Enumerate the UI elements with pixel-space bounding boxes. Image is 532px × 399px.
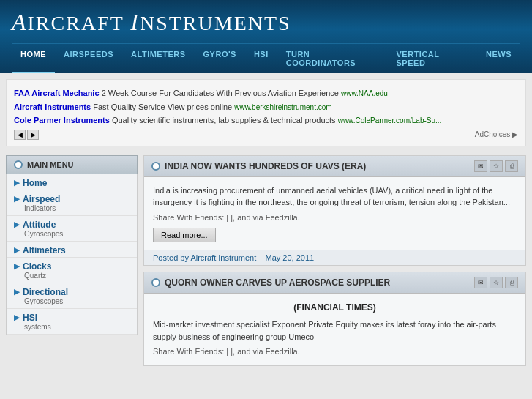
bookmark-icon-2[interactable]: ☆	[490, 277, 503, 288]
sidebar-title: MAIN MENU	[27, 160, 74, 169]
sidebar-item-airspeed-title: ▶ Airspeed	[14, 194, 130, 204]
navigation-bar: HOME AIRSPEEDS ALTIMETERS GYRO'S HSI TUR…	[12, 43, 520, 73]
sidebar-item-airspeed[interactable]: ▶ Airspeed Indicators	[7, 190, 137, 216]
article-1-share: Share With Friends: | |, and via Feedzil…	[153, 212, 517, 224]
ad-url-1: www.NAA.edu	[341, 89, 388, 97]
article-1-author[interactable]: Aircraft Instrument	[190, 253, 256, 262]
play-icon-home: ▶	[14, 179, 20, 187]
play-icon-hsi: ▶	[14, 313, 20, 321]
sidebar-item-attitude[interactable]: ▶ Attitude Gyroscopes	[7, 216, 137, 242]
play-icon-clocks: ▶	[14, 262, 20, 270]
sidebar-item-airspeed-sub: Indicators	[14, 204, 130, 214]
article-1-text: India is increasing procurement of unman…	[153, 184, 517, 209]
ad-url-3: www.ColeParmer.com/Lab-Su...	[338, 116, 442, 124]
article-2-actions: ✉ ☆ ⎙	[474, 277, 518, 288]
sidebar-item-clocks-title: ▶ Clocks	[14, 261, 130, 272]
ad-link-1[interactable]: FAA Aircraft Mechanic	[14, 89, 100, 97]
sidebar-item-hsi-title: ▶ HSI	[14, 313, 130, 323]
article-1-title: INDIA NOW WANTS HUNDREDS OF UAVS (ERA)	[151, 161, 366, 171]
bookmark-icon[interactable]: ☆	[490, 160, 503, 172]
play-icon-directional: ▶	[14, 288, 20, 296]
sidebar: MAIN MENU ▶ Home ▶ Airspeed Indicators ▶…	[6, 155, 138, 372]
nav-item-airspeeds[interactable]: AIRSPEEDS	[55, 44, 122, 73]
nav-item-hsi[interactable]: HSI	[245, 44, 277, 73]
sidebar-item-attitude-sub: Gyroscopes	[14, 230, 130, 239]
article-2-body: (FINANCIAL TIMES) Mid-market investment …	[144, 294, 525, 365]
sidebar-item-altimeters-title: ▶ Altimeters	[14, 245, 130, 256]
article-1-header: INDIA NOW WANTS HUNDREDS OF UAVS (ERA) ✉…	[144, 156, 525, 177]
play-icon-airspeed: ▶	[14, 195, 20, 203]
posted-by-label: Posted by	[153, 253, 189, 262]
ad-text-3: Quality scientific instruments, lab supp…	[112, 116, 338, 124]
ad-link-3[interactable]: Cole Parmer Instruments	[14, 116, 110, 124]
article-1-actions: ✉ ☆ ⎙	[474, 160, 518, 172]
nav-item-news[interactable]: NEWS	[477, 44, 520, 73]
sidebar-header: MAIN MENU	[6, 155, 138, 174]
ad-url-2: www.berkshireinstrument.com	[234, 103, 331, 111]
article-2-share: Share With Friends: | |, and via Feedzil…	[153, 346, 517, 358]
article-2-text: Mid-market investment specialist Exponen…	[153, 318, 517, 343]
ad-navigation: ◀ ▶	[14, 130, 39, 140]
sidebar-item-hsi-sub: systems	[14, 323, 130, 332]
main-content: MAIN MENU ▶ Home ▶ Airspeed Indicators ▶…	[0, 152, 532, 378]
email-icon-2[interactable]: ✉	[474, 277, 487, 288]
sidebar-item-attitude-title: ▶ Attitude	[14, 220, 130, 230]
ad-footer: ◀ ▶ AdChoices ▶	[14, 130, 518, 140]
article-2-title: QUORN OWNER CARVES UP AEROSPACE SUPPLIER	[151, 277, 390, 288]
read-more-button-1[interactable]: Read more...	[153, 228, 216, 242]
sidebar-item-directional-title: ▶ Directional	[14, 287, 130, 297]
title-a: A	[12, 9, 28, 35]
email-icon[interactable]: ✉	[474, 160, 487, 172]
sidebar-item-directional[interactable]: ▶ Directional Gyroscopes	[7, 283, 137, 309]
sidebar-item-home-title: ▶ Home	[14, 178, 130, 188]
article-1: INDIA NOW WANTS HUNDREDS OF UAVS (ERA) ✉…	[143, 155, 526, 266]
sidebar-item-clocks[interactable]: ▶ Clocks Quartz	[7, 258, 137, 283]
ad-row-3: Cole Parmer Instruments Quality scientif…	[14, 114, 518, 127]
article-2-subtitle: (FINANCIAL TIMES)	[153, 301, 517, 314]
sidebar-item-directional-sub: Gyroscopes	[14, 297, 130, 307]
play-icon-attitude: ▶	[14, 220, 20, 228]
sidebar-header-icon	[14, 160, 23, 169]
article-2-icon	[151, 278, 160, 287]
site-header: Aircraft Instruments HOME AIRSPEEDS ALTI…	[0, 0, 532, 73]
ad-text-1: 2 Week Course For Candidates With Previo…	[102, 89, 341, 97]
play-icon-altimeters: ▶	[14, 246, 20, 254]
article-2: QUORN OWNER CARVES UP AEROSPACE SUPPLIER…	[143, 272, 526, 366]
sidebar-menu: ▶ Home ▶ Airspeed Indicators ▶ Attitude …	[6, 174, 138, 335]
sidebar-item-clocks-sub: Quartz	[14, 272, 130, 281]
article-1-body: India is increasing procurement of unman…	[144, 177, 525, 250]
sidebar-item-home[interactable]: ▶ Home	[7, 174, 137, 190]
article-1-footer: Posted by Aircraft Instrument May 20, 20…	[144, 250, 525, 265]
site-title: Aircraft Instruments	[12, 9, 520, 43]
ad-text-2: Fast Quality Service View prices online	[93, 102, 234, 111]
article-1-date: May 20, 2011	[265, 253, 314, 262]
ad-link-2[interactable]: Aircraft Instruments	[14, 102, 91, 111]
ad-row-1: FAA Aircraft Mechanic 2 Week Course For …	[14, 87, 518, 100]
nav-item-altimeters[interactable]: ALTIMETERS	[122, 44, 194, 73]
sidebar-item-hsi[interactable]: ▶ HSI systems	[7, 309, 137, 335]
ad-banner: FAA Aircraft Mechanic 2 Week Course For …	[6, 79, 526, 146]
article-1-icon	[151, 162, 160, 171]
ad-next-button[interactable]: ▶	[27, 130, 39, 140]
nav-item-gyros[interactable]: GYRO'S	[195, 44, 245, 73]
ad-prev-button[interactable]: ◀	[14, 130, 26, 140]
nav-item-home[interactable]: HOME	[12, 44, 55, 73]
sidebar-item-altimeters[interactable]: ▶ Altimeters	[7, 242, 137, 258]
ad-row-2: Aircraft Instruments Fast Quality Servic…	[14, 101, 518, 113]
content-area: INDIA NOW WANTS HUNDREDS OF UAVS (ERA) ✉…	[143, 155, 526, 372]
article-2-header: QUORN OWNER CARVES UP AEROSPACE SUPPLIER…	[144, 272, 525, 294]
print-icon-2[interactable]: ⎙	[505, 277, 518, 288]
ad-choices[interactable]: AdChoices ▶	[475, 130, 518, 138]
nav-item-turn-coordinators[interactable]: TURN COORDINATORS	[277, 44, 388, 73]
nav-item-vertical-speed[interactable]: VERTICAL SPEED	[388, 44, 477, 73]
print-icon[interactable]: ⎙	[505, 160, 518, 172]
